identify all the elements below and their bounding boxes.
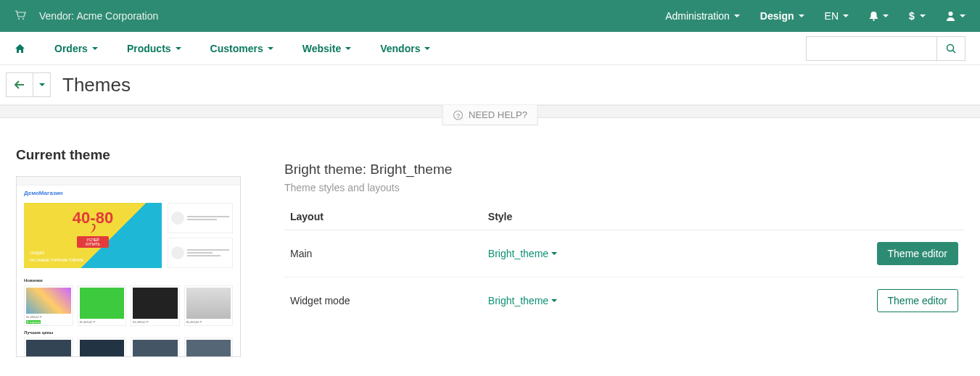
- back-dropdown[interactable]: [33, 72, 51, 97]
- theme-editor-button[interactable]: Theme editor: [877, 242, 958, 265]
- cart-icon[interactable]: [15, 10, 26, 22]
- thumb-sub1: СКИДКИ: [30, 251, 156, 255]
- search-wrap: [806, 36, 965, 61]
- dollar-icon: $: [909, 11, 915, 21]
- search-button[interactable]: [936, 36, 965, 61]
- thumb-products: Новинки 31.499,62 РВ корзину 31.499,62 Р…: [24, 278, 233, 326]
- back-button-group: [6, 72, 51, 97]
- user-icon: [946, 11, 955, 21]
- caret-down-icon: [920, 14, 926, 17]
- caret-down-icon: [551, 252, 557, 255]
- help-bar: ? NEED HELP?: [0, 105, 980, 118]
- svg-point-0: [18, 18, 20, 20]
- table-row: Widget modeBright_themeTheme editor: [284, 277, 964, 325]
- caret-down-icon: [345, 47, 351, 50]
- caret-down-icon: [960, 14, 965, 17]
- vendors-nav[interactable]: Vendors: [366, 43, 445, 54]
- thumb-sub2: НА САМЫЕ ГОРЯЧИЕ ТОВАРЫ: [30, 258, 156, 262]
- caret-down-icon: [883, 14, 889, 17]
- products-label: Products: [127, 43, 171, 54]
- theme-subtitle: Theme styles and layouts: [284, 182, 964, 193]
- thumb-sidebar: [168, 203, 233, 272]
- products-nav[interactable]: Products: [112, 43, 196, 54]
- help-tab[interactable]: ? NEED HELP?: [442, 105, 538, 125]
- back-button[interactable]: [6, 72, 33, 97]
- style-select[interactable]: Bright_theme: [488, 295, 557, 306]
- caret-down-icon: [843, 14, 849, 17]
- svg-point-2: [873, 19, 874, 20]
- main-nav: Orders Products Customers Website Vendor…: [0, 32, 980, 65]
- customers-label: Customers: [210, 43, 263, 54]
- language-label: EN: [825, 10, 839, 22]
- thumb-cta: УСПЕЙ КУПИТЬ: [77, 236, 109, 248]
- theme-name: Bright theme: Bright_theme: [284, 162, 964, 177]
- bell-icon: [869, 11, 878, 21]
- svg-text:$: $: [909, 11, 915, 21]
- col-style: Style: [482, 204, 706, 230]
- caret-down-icon: [268, 47, 273, 50]
- website-nav[interactable]: Website: [288, 43, 366, 54]
- customers-nav[interactable]: Customers: [196, 43, 288, 54]
- currency-menu[interactable]: $: [909, 11, 926, 21]
- notifications-menu[interactable]: [869, 11, 889, 21]
- administration-label: Administration: [665, 10, 730, 22]
- theme-thumbnail[interactable]: ДемоМагазин 40-80 УСПЕЙ КУПИТЬ СКИДКИ НА…: [16, 176, 241, 357]
- vendors-label: Vendors: [380, 43, 420, 54]
- left-column: Current theme ДемоМагазин 40-80 УСПЕЙ КУ…: [16, 147, 255, 357]
- top-bar-left: Vendor: Acme Corporation: [15, 10, 158, 22]
- layouts-table: Layout Style MainBright_themeTheme edito…: [284, 204, 964, 324]
- thumb-products2: Лучшие цены: [24, 330, 233, 357]
- user-menu[interactable]: [946, 11, 965, 21]
- orders-nav[interactable]: Orders: [40, 43, 112, 54]
- help-icon: ?: [453, 110, 463, 120]
- website-label: Website: [302, 43, 341, 54]
- language-menu[interactable]: EN: [825, 10, 849, 22]
- sub-header: Themes: [0, 65, 980, 105]
- caret-down-icon: [551, 299, 557, 302]
- home-icon: [15, 43, 25, 54]
- thumb-banner: 40-80 УСПЕЙ КУПИТЬ СКИДКИ НА САМЫЕ ГОРЯЧ…: [24, 203, 162, 268]
- caret-down-icon: [799, 14, 804, 17]
- svg-point-5: [947, 44, 954, 51]
- content: Current theme ДемоМагазин 40-80 УСПЕЙ КУ…: [0, 118, 980, 376]
- layout-cell: Main: [284, 230, 482, 277]
- arrow-left-icon: [15, 80, 25, 89]
- style-select[interactable]: Bright_theme: [488, 248, 557, 259]
- thumb-section2-label: Лучшие цены: [24, 330, 233, 335]
- svg-text:?: ?: [456, 112, 461, 119]
- svg-point-4: [949, 12, 953, 16]
- vendor-label: Vendor: Acme Corporation: [39, 10, 158, 22]
- search-icon: [946, 43, 956, 54]
- svg-point-1: [22, 18, 24, 20]
- administration-menu[interactable]: Administration: [665, 10, 740, 22]
- caret-down-icon: [39, 83, 45, 86]
- col-layout: Layout: [284, 204, 482, 230]
- right-column: Bright theme: Bright_theme Theme styles …: [284, 147, 964, 357]
- top-bar: Vendor: Acme Corporation Administration …: [0, 0, 980, 32]
- current-theme-heading: Current theme: [16, 147, 255, 163]
- table-row: MainBright_themeTheme editor: [284, 230, 964, 277]
- caret-down-icon: [734, 14, 740, 17]
- caret-down-icon: [92, 47, 98, 50]
- orders-label: Orders: [54, 43, 88, 54]
- page-title: Themes: [62, 74, 131, 96]
- caret-down-icon: [176, 47, 181, 50]
- pepper-icon: [84, 223, 102, 235]
- thumb-section1-label: Новинки: [24, 278, 233, 283]
- design-label: Design: [760, 10, 794, 22]
- caret-down-icon: [424, 47, 430, 50]
- svg-line-6: [953, 50, 956, 53]
- home-nav[interactable]: [15, 43, 40, 54]
- design-menu[interactable]: Design: [760, 10, 804, 22]
- search-input[interactable]: [806, 36, 936, 61]
- top-bar-right: Administration Design EN $: [665, 10, 965, 22]
- layout-cell: Widget mode: [284, 277, 482, 325]
- help-label: NEED HELP?: [469, 109, 527, 120]
- theme-editor-button[interactable]: Theme editor: [877, 289, 958, 312]
- thumb-logo: ДемоМагазин: [24, 190, 63, 196]
